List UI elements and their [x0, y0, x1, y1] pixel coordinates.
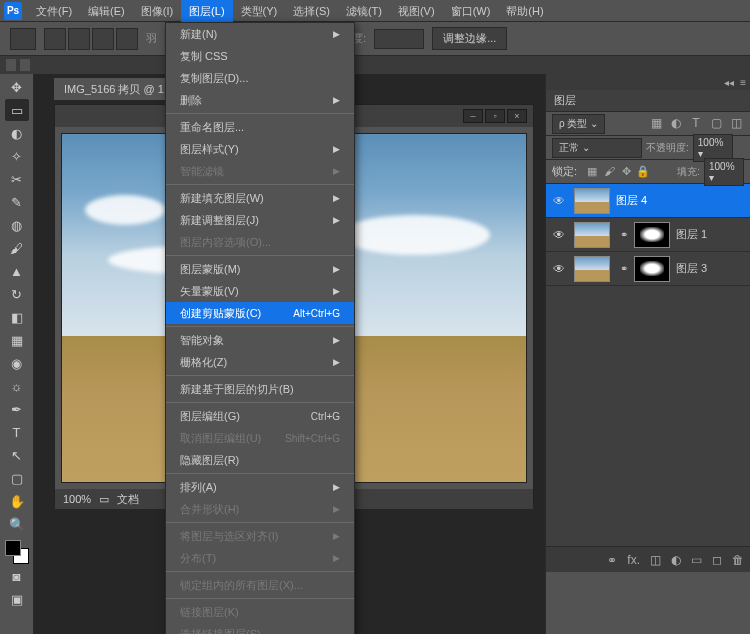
fill-input[interactable]: 100% ▾ — [704, 158, 744, 186]
mode-intersect[interactable] — [116, 28, 138, 50]
menu-3[interactable]: 图层(L) — [181, 0, 232, 22]
quickmask-tool[interactable]: ◙ — [5, 565, 29, 587]
shape-tool[interactable]: ▢ — [5, 467, 29, 489]
blend-dropdown[interactable]: 正常 ⌄ — [552, 138, 642, 158]
layer-row[interactable]: 👁⚭图层 3 — [546, 252, 750, 286]
layer-thumb[interactable] — [574, 188, 610, 214]
lock-transparent-icon[interactable]: ▦ — [585, 165, 599, 179]
menu-item[interactable]: 栅格化(Z)▶ — [166, 351, 354, 373]
visibility-icon[interactable]: 👁 — [550, 228, 568, 242]
mode-subtract[interactable] — [92, 28, 114, 50]
layer-row[interactable]: 👁图层 4 — [546, 184, 750, 218]
mask-thumb[interactable] — [634, 222, 670, 248]
wand-tool[interactable]: ✧ — [5, 145, 29, 167]
layer-name[interactable]: 图层 3 — [676, 261, 707, 276]
refine-edge-button[interactable]: 调整边缘... — [432, 27, 507, 50]
lock-all-icon[interactable]: 🔒 — [636, 165, 650, 179]
group-icon[interactable]: ▭ — [691, 553, 702, 567]
visibility-icon[interactable]: 👁 — [550, 262, 568, 276]
move-tool[interactable]: ✥ — [5, 76, 29, 98]
collapsed-tab[interactable] — [20, 59, 30, 71]
menu-item[interactable]: 新建基于图层的切片(B) — [166, 378, 354, 400]
tool-preset[interactable] — [10, 28, 36, 50]
zoom-icon[interactable]: ▭ — [99, 493, 109, 506]
adjust-icon[interactable]: ◐ — [671, 553, 681, 567]
mode-new[interactable] — [44, 28, 66, 50]
menu-4[interactable]: 类型(Y) — [233, 0, 286, 22]
crop-tool[interactable]: ✂ — [5, 168, 29, 190]
menu-item[interactable]: 图层编组(G)Ctrl+G — [166, 405, 354, 427]
eraser-tool[interactable]: ◧ — [5, 306, 29, 328]
menu-item[interactable]: 新建调整图层(J)▶ — [166, 209, 354, 231]
zoom-level[interactable]: 100% — [63, 493, 91, 505]
blur-tool[interactable]: ◉ — [5, 352, 29, 374]
delete-icon[interactable]: 🗑 — [732, 553, 744, 567]
kind-dropdown[interactable]: ρ 类型 ⌄ — [552, 114, 605, 134]
screenmode-tool[interactable]: ▣ — [5, 588, 29, 610]
lock-position-icon[interactable]: ✥ — [619, 165, 633, 179]
path-tool[interactable]: ↖ — [5, 444, 29, 466]
dodge-tool[interactable]: ☼ — [5, 375, 29, 397]
filter-pixel-icon[interactable]: ▦ — [648, 116, 664, 132]
filter-shape-icon[interactable]: ▢ — [708, 116, 724, 132]
link-icon[interactable]: ⚭ — [607, 553, 617, 567]
mask-thumb[interactable] — [634, 256, 670, 282]
menu-item[interactable]: 矢量蒙版(V)▶ — [166, 280, 354, 302]
height-input[interactable] — [374, 29, 424, 49]
panel-menu-icon[interactable]: ≡ — [740, 77, 746, 88]
menu-item[interactable]: 新建填充图层(W)▶ — [166, 187, 354, 209]
menu-9[interactable]: 帮助(H) — [498, 0, 551, 22]
menu-item[interactable]: 排列(A)▶ — [166, 476, 354, 498]
layer-name[interactable]: 图层 1 — [676, 227, 707, 242]
menu-item[interactable]: 删除▶ — [166, 89, 354, 111]
layers-tab[interactable]: 图层 — [546, 90, 750, 112]
stamp-tool[interactable]: ▲ — [5, 260, 29, 282]
mode-add[interactable] — [68, 28, 90, 50]
close-button[interactable]: × — [507, 109, 527, 123]
menu-item[interactable]: 新建(N)▶ — [166, 23, 354, 45]
menu-item[interactable]: 重命名图层... — [166, 116, 354, 138]
menu-6[interactable]: 滤镜(T) — [338, 0, 390, 22]
pen-tool[interactable]: ✒ — [5, 398, 29, 420]
menu-5[interactable]: 选择(S) — [285, 0, 338, 22]
new-layer-icon[interactable]: ◻ — [712, 553, 722, 567]
menu-0[interactable]: 文件(F) — [28, 0, 80, 22]
filter-type-icon[interactable]: T — [688, 116, 704, 132]
marquee-tool[interactable]: ▭ — [5, 99, 29, 121]
menu-1[interactable]: 编辑(E) — [80, 0, 133, 22]
filter-smart-icon[interactable]: ◫ — [728, 116, 744, 132]
hand-tool[interactable]: ✋ — [5, 490, 29, 512]
lasso-tool[interactable]: ◐ — [5, 122, 29, 144]
menu-item[interactable]: 隐藏图层(R) — [166, 449, 354, 471]
filter-adjust-icon[interactable]: ◐ — [668, 116, 684, 132]
history-brush-tool[interactable]: ↻ — [5, 283, 29, 305]
layer-thumb[interactable] — [574, 256, 610, 282]
visibility-icon[interactable]: 👁 — [550, 194, 568, 208]
gradient-tool[interactable]: ▦ — [5, 329, 29, 351]
menu-item[interactable]: 图层蒙版(M)▶ — [166, 258, 354, 280]
mask-icon[interactable]: ◫ — [650, 553, 661, 567]
brush-tool[interactable]: 🖌 — [5, 237, 29, 259]
menu-item[interactable]: 创建剪贴蒙版(C)Alt+Ctrl+G — [166, 302, 354, 324]
fx-icon[interactable]: fx. — [627, 553, 640, 567]
lock-pixels-icon[interactable]: 🖌 — [602, 165, 616, 179]
menu-item[interactable]: 复制图层(D)... — [166, 67, 354, 89]
collapsed-tab[interactable] — [6, 59, 16, 71]
minimize-button[interactable]: – — [463, 109, 483, 123]
color-swatches[interactable] — [5, 540, 29, 564]
layer-row[interactable]: 👁⚭图层 1 — [546, 218, 750, 252]
menu-8[interactable]: 窗口(W) — [443, 0, 499, 22]
menu-item[interactable]: 智能对象▶ — [166, 329, 354, 351]
document-tab[interactable]: IMG_5166 拷贝 @ 1 — [54, 78, 174, 100]
menu-2[interactable]: 图像(I) — [133, 0, 181, 22]
heal-tool[interactable]: ◍ — [5, 214, 29, 236]
maximize-button[interactable]: ▫ — [485, 109, 505, 123]
type-tool[interactable]: T — [5, 421, 29, 443]
fg-color[interactable] — [5, 540, 21, 556]
layer-thumb[interactable] — [574, 222, 610, 248]
collapse-icon[interactable]: ◂◂ — [724, 77, 734, 88]
menu-item[interactable]: 复制 CSS — [166, 45, 354, 67]
eyedropper-tool[interactable]: ✎ — [5, 191, 29, 213]
menu-7[interactable]: 视图(V) — [390, 0, 443, 22]
menu-item[interactable]: 图层样式(Y)▶ — [166, 138, 354, 160]
